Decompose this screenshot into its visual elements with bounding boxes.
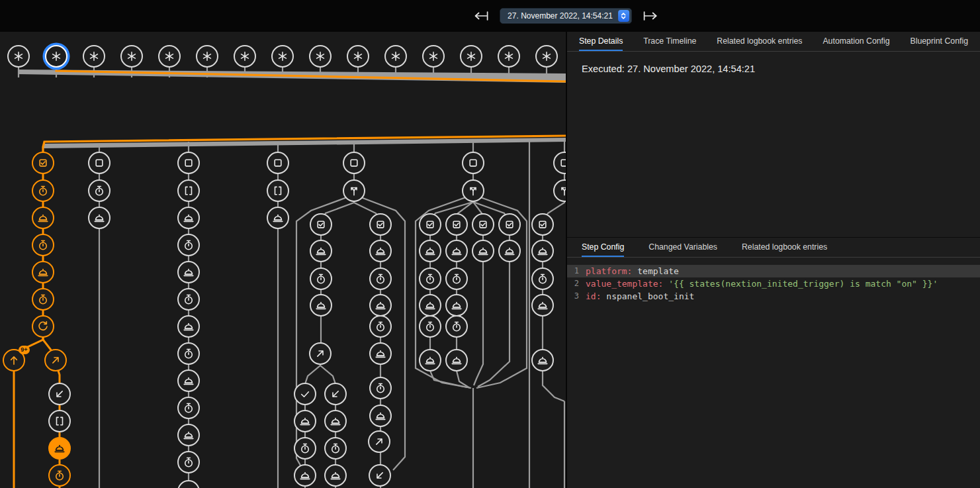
graph-node-trigger[interactable] [384, 45, 407, 68]
graph-node-square[interactable] [88, 152, 111, 174]
graph-node-timer[interactable] [32, 288, 54, 311]
graph-node-check-square[interactable] [531, 213, 554, 236]
graph-node-timer[interactable] [177, 397, 200, 419]
graph-node-check-square[interactable] [32, 152, 54, 174]
tab-changed-variables[interactable]: Changed Variables [648, 238, 717, 257]
tab-blueprint-config[interactable]: Blueprint Config [911, 32, 969, 51]
graph-node-trigger[interactable] [309, 45, 332, 68]
graph-node-dome[interactable] [369, 240, 392, 262]
graph-node-dome[interactable] [531, 349, 554, 371]
graph-node-arrow-down-left[interactable] [324, 383, 347, 405]
graph-node-timer[interactable] [48, 464, 71, 487]
next-trace-button[interactable] [643, 11, 658, 21]
graph-node-timer[interactable] [445, 268, 468, 290]
graph-node-arrow-up[interactable]: 9+ [3, 349, 25, 371]
graph-node-arrow-up-right[interactable] [368, 430, 390, 453]
graph-node-trigger[interactable] [460, 45, 482, 68]
graph-node-dome[interactable] [48, 437, 71, 460]
tab-related-logbook-entries[interactable]: Related logbook entries [742, 238, 827, 257]
tab-related-logbook-entries[interactable]: Related logbook entries [717, 32, 802, 51]
graph-node-arrow-up-right[interactable] [309, 342, 332, 365]
graph-node-dome[interactable] [310, 294, 332, 317]
graph-node-brackets[interactable] [177, 179, 200, 202]
tab-trace-timeline[interactable]: Trace Timeline [643, 32, 696, 51]
graph-node-timer[interactable] [324, 437, 347, 460]
graph-node-dome[interactable] [324, 464, 347, 487]
graph-node-dome[interactable] [445, 240, 468, 262]
graph-node-brackets[interactable] [48, 410, 71, 432]
graph-node-trigger[interactable] [347, 45, 369, 68]
graph-node-trigger[interactable] [422, 45, 445, 68]
graph-node-timer[interactable] [369, 315, 392, 338]
graph-node-square[interactable] [462, 152, 484, 174]
graph-node-timer[interactable] [531, 268, 554, 290]
graph-node-dome[interactable] [310, 240, 332, 262]
graph-node-trigger[interactable] [196, 45, 218, 68]
graph-node-repeat[interactable] [32, 315, 54, 338]
graph-node-square[interactable] [267, 152, 289, 174]
run-selector[interactable]: 27. November 2022, 14:54:21 [500, 8, 632, 24]
graph-node-dome[interactable] [177, 315, 200, 338]
graph-node-timer[interactable] [445, 315, 468, 338]
graph-node-arrow-down-left[interactable] [369, 464, 391, 487]
graph-node-dome[interactable] [177, 261, 200, 283]
graph-node-check-square[interactable] [498, 213, 521, 236]
graph-node-check-square[interactable] [445, 213, 468, 236]
graph-node-trigger[interactable] [271, 45, 294, 68]
graph-node-timer[interactable] [177, 342, 200, 365]
graph-node-trigger[interactable] [498, 45, 520, 68]
graph-node-dome[interactable] [294, 410, 316, 432]
graph-node-dome[interactable] [498, 240, 521, 262]
graph-node-dome[interactable] [267, 207, 289, 229]
graph-node-check-square[interactable] [419, 213, 441, 236]
tab-step-details[interactable]: Step Details [579, 32, 623, 51]
graph-node-dome[interactable] [419, 349, 441, 371]
graph-node-trigger[interactable] [535, 45, 558, 68]
graph-node-arrow-down-left[interactable] [48, 383, 71, 405]
graph-node-check-square[interactable] [369, 213, 392, 236]
graph-node-dome[interactable] [472, 240, 494, 262]
graph-node-dome[interactable] [369, 294, 392, 317]
graph-node-dome[interactable] [369, 405, 392, 427]
graph-node-timer[interactable] [419, 315, 441, 338]
graph-node-dome[interactable] [177, 424, 200, 446]
graph-node-trigger[interactable] [7, 45, 30, 68]
graph-node-split[interactable] [462, 179, 484, 202]
graph-node-dome[interactable] [324, 410, 347, 432]
graph-node-check-square[interactable] [310, 213, 332, 236]
graph-node-check[interactable] [294, 383, 316, 405]
graph-node-timer[interactable] [88, 179, 111, 202]
graph-node-split[interactable] [343, 179, 365, 202]
graph-node-dome[interactable] [177, 369, 200, 392]
previous-trace-button[interactable] [473, 11, 489, 21]
graph-node-timer[interactable] [177, 288, 200, 311]
graph-node-dome[interactable] [32, 261, 54, 283]
tab-automation-config[interactable]: Automation Config [823, 32, 889, 51]
graph-node-dome[interactable] [531, 294, 554, 317]
graph-node-trigger[interactable] [120, 45, 143, 68]
graph-node-timer[interactable] [177, 451, 200, 473]
graph-node-trigger[interactable] [45, 45, 67, 68]
graph-node-timer[interactable] [32, 234, 54, 256]
graph-node-dome[interactable] [445, 349, 468, 371]
graph-node-timer[interactable] [310, 268, 332, 290]
graph-node-timer[interactable] [294, 437, 316, 460]
tab-step-config[interactable]: Step Config [582, 238, 624, 257]
graph-node-dome[interactable] [419, 240, 441, 262]
graph-node-timer[interactable] [369, 268, 392, 290]
graph-node-timer[interactable] [369, 377, 392, 399]
graph-node-dome[interactable] [88, 207, 111, 229]
graph-node-dome[interactable] [32, 207, 54, 229]
graph-node-dome[interactable] [419, 294, 441, 317]
graph-node-check-square[interactable] [472, 213, 494, 236]
graph-node-trigger[interactable] [83, 45, 105, 68]
graph-node-dome[interactable] [445, 294, 468, 317]
graph-node-dome[interactable] [531, 240, 554, 262]
graph-node-square[interactable] [343, 152, 365, 174]
graph-node-timer[interactable] [419, 268, 441, 290]
graph-node-timer[interactable] [177, 234, 200, 256]
graph-node-dome[interactable] [294, 464, 316, 487]
graph-node-brackets[interactable] [267, 179, 289, 202]
graph-node-dome[interactable] [177, 207, 200, 229]
graph-node-timer[interactable] [32, 179, 54, 202]
